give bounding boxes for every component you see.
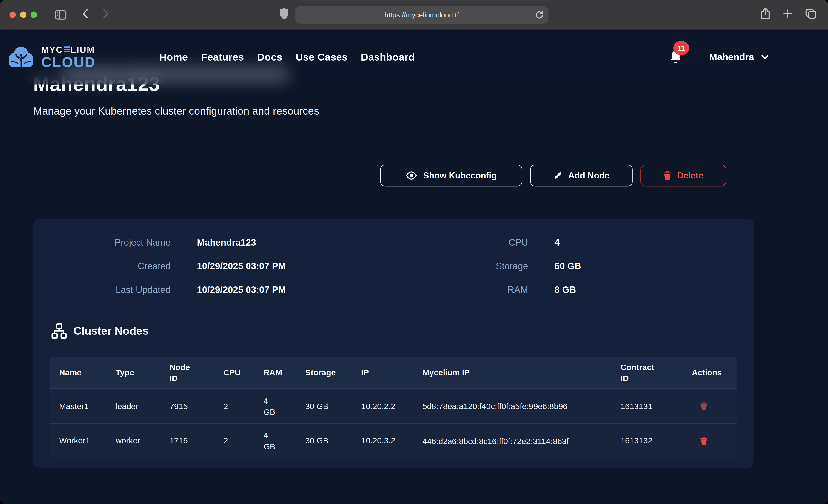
col-header-storage: Storage [305, 368, 361, 377]
back-icon[interactable] [82, 9, 88, 21]
delete-cluster-button[interactable]: Delete [640, 165, 726, 186]
close-window-button[interactable] [9, 12, 16, 18]
nav-link-features[interactable]: Features [201, 51, 244, 64]
col-header-ram: RAM [263, 368, 305, 377]
pencil-icon [553, 171, 562, 180]
info-row-storage: Storage 60 GB [391, 255, 581, 278]
nav-link-dashboard[interactable]: Dashboard [361, 51, 415, 64]
address-bar[interactable]: https://myceliumcloud.tf [295, 6, 548, 24]
new-tab-icon[interactable] [783, 9, 793, 21]
cell-storage: 30 GB [305, 402, 361, 411]
info-row-cpu: CPU 4 [391, 230, 581, 254]
show-kubeconfig-button[interactable]: Show Kubeconfig [380, 165, 522, 186]
cell-actions [692, 402, 735, 411]
window-controls [9, 12, 37, 18]
cell-ram: 4 GB [263, 395, 305, 417]
col-header-name: Name [59, 368, 116, 377]
page-content: Mahendra123 Manage your Kubernetes clust… [0, 30, 828, 504]
forward-icon[interactable] [103, 9, 109, 21]
nav-link-docs[interactable]: Docs [257, 51, 282, 64]
nav-link-use-cases[interactable]: Use Cases [295, 51, 348, 64]
url-text: https://myceliumcloud.tf [384, 11, 459, 18]
table-row: Master1 leader 7915 2 4 GB 30 GB 10.20.2… [50, 389, 737, 423]
storage-value: 60 GB [554, 261, 581, 272]
cluster-nodes-heading: Cluster Nodes [51, 323, 149, 339]
stylized-e-icon [64, 46, 70, 53]
table-header-row: Name Type Node ID CPU RAM Storage IP Myc… [50, 357, 737, 389]
cell-storage: 30 GB [305, 436, 361, 446]
ram-label: RAM [391, 285, 528, 296]
created-value: 10/29/2025 03:07 PM [197, 261, 286, 272]
brand-logo[interactable]: MYCLIUM CLOUD [7, 45, 96, 69]
sitemap-icon [51, 323, 67, 339]
info-row-project-name: Project Name Mahendra123 [33, 230, 286, 254]
notification-count-badge: 11 [673, 41, 689, 55]
logo-text-lium: LIUM [71, 45, 95, 54]
col-header-cpu: CPU [223, 368, 263, 377]
cell-ram: 4 GB [263, 429, 305, 452]
table-row: Worker1 worker 1715 2 4 GB 30 GB 10.20.3… [50, 423, 737, 458]
cell-type: leader [116, 402, 169, 411]
site-header: MYCLIUM CLOUD Home Features Docs Use Cas… [0, 30, 828, 85]
share-icon[interactable] [760, 7, 771, 22]
fullscreen-window-button[interactable] [31, 12, 37, 18]
overview-left-column: Project Name Mahendra123 Created 10/29/2… [33, 230, 286, 302]
cell-contract-id: 1613132 [620, 436, 692, 446]
show-kubeconfig-label: Show Kubeconfig [423, 170, 497, 180]
cluster-overview-card: Project Name Mahendra123 Created 10/29/2… [33, 219, 753, 468]
logo-text-cloud: CLOUD [41, 55, 96, 69]
blurred-title-artifact [62, 67, 289, 82]
minimize-window-button[interactable] [20, 12, 27, 18]
delete-label: Delete [677, 170, 703, 180]
info-row-last-updated: Last Updated 10/29/2025 03:07 PM [33, 278, 286, 302]
cpu-label: CPU [391, 237, 528, 248]
cell-name: Worker1 [59, 436, 116, 446]
cell-actions [692, 436, 735, 445]
col-header-node-id: Node ID [170, 362, 223, 384]
trash-icon [700, 402, 708, 411]
sidebar-toggle-icon[interactable] [55, 10, 67, 19]
mycelium-cloud-icon [7, 45, 35, 69]
project-name-value: Mahendra123 [197, 237, 256, 248]
reload-icon[interactable] [535, 10, 543, 19]
browser-toolbar: https://myceliumcloud.tf [0, 0, 828, 30]
overview-right-column: CPU 4 Storage 60 GB RAM 8 GB [391, 230, 581, 302]
col-header-type: Type [116, 368, 169, 377]
trash-icon [700, 436, 708, 445]
cell-cpu: 2 [223, 402, 263, 411]
user-name: Mahendra [709, 52, 754, 63]
last-updated-value: 10/29/2025 03:07 PM [197, 285, 286, 296]
add-node-label: Add Node [568, 170, 610, 180]
delete-node-button[interactable] [700, 402, 708, 411]
brand-wordmark: MYCLIUM CLOUD [41, 45, 96, 69]
delete-node-button[interactable] [700, 436, 708, 445]
add-node-button[interactable]: Add Node [530, 165, 633, 186]
cell-ip: 10.20.3.2 [361, 436, 423, 446]
cell-ip: 10.20.2.2 [361, 402, 423, 411]
created-label: Created [33, 261, 170, 272]
chevron-down-icon [761, 55, 769, 60]
storage-label: Storage [391, 261, 528, 272]
nav-link-home[interactable]: Home [159, 51, 188, 64]
notifications-button[interactable]: 11 [668, 50, 683, 65]
cluster-nodes-table: Name Type Node ID CPU RAM Storage IP Myc… [50, 357, 737, 458]
info-row-created: Created 10/29/2025 03:07 PM [33, 255, 286, 278]
page-subtitle: Manage your Kubernetes cluster configura… [33, 105, 319, 117]
cell-mycelium-ip: 5d8:78ea:a120:f40c:ff0f:a5fe:99e6:8b96 [422, 401, 620, 412]
project-name-label: Project Name [33, 237, 170, 248]
col-header-mycelium-ip: Mycelium IP [422, 368, 620, 377]
logo-text-myc: MYC [41, 45, 63, 54]
col-header-actions: Actions [692, 368, 735, 377]
cluster-nodes-title: Cluster Nodes [73, 325, 149, 337]
last-updated-label: Last Updated [33, 285, 170, 296]
info-row-ram: RAM 8 GB [391, 278, 581, 302]
cell-mycelium-ip: 446:d2a6:8bcd:8c16:ff0f:72e2:3114:863f [422, 435, 620, 446]
trash-icon [663, 171, 671, 180]
cell-type: worker [116, 436, 169, 446]
user-menu[interactable]: Mahendra [709, 52, 769, 63]
col-header-ip: IP [361, 368, 423, 377]
col-header-contract-id: Contract ID [620, 362, 692, 384]
privacy-shield-icon[interactable] [280, 8, 289, 22]
cell-name: Master1 [59, 402, 116, 411]
tab-overview-icon[interactable] [805, 8, 816, 21]
